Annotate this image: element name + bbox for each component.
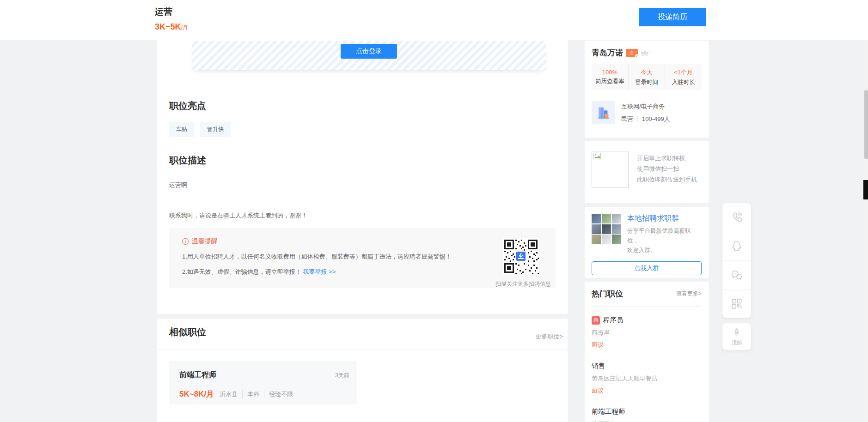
wechat-contact-button[interactable] <box>722 260 751 289</box>
report-link[interactable]: 我要举报 >> <box>303 268 336 275</box>
job-group-card: 本地招聘求职群 分享平台最新优质高薪职位， 欢迎入群。 点我入群 <box>585 207 709 278</box>
qr-caption: 扫描关注更多招聘信息 <box>495 280 546 288</box>
stat-tenure: <1个月 入驻时长 <box>665 64 702 90</box>
description-heading: 职位描述 <box>169 154 206 167</box>
hot-job-company: 黄岛区庄记天天顺早餐店 <box>592 374 702 383</box>
stat-resume-view-rate: 100% 简历查看率 <box>592 64 628 90</box>
warning-item: 2.如遇无效、虚假、诈骗信息，请立即举报！ 我要举报 >> <box>182 268 486 276</box>
wechat-promo-line: 此职位即刻传送到手机 <box>637 174 697 185</box>
highlight-tag: 车贴 <box>169 122 194 137</box>
hot-job-salary: 面议 <box>592 386 702 395</box>
page-title: 运营 <box>155 6 172 18</box>
join-group-button[interactable]: 点我入群 <box>592 261 702 275</box>
company-size: 100-499人 <box>642 115 670 123</box>
hot-job-company: 西海岸 <box>592 329 702 337</box>
phone-icon <box>730 211 744 224</box>
crown-icon <box>641 50 649 56</box>
apply-resume-button[interactable]: 投递简历 <box>639 8 706 26</box>
similar-job-experience: 经验不限 <box>264 390 298 398</box>
contact-note: 联系我时，请说是在骑士人才系统上看到的，谢谢！ <box>169 211 307 220</box>
stat-label: 登录时间 <box>635 78 658 86</box>
group-avatar <box>612 214 621 223</box>
back-to-top-label: 顶部 <box>732 339 742 346</box>
salary: 3K~5K/月 <box>155 22 188 32</box>
qq-contact-button[interactable] <box>722 232 751 260</box>
company-info-row: 互联网/电子商务 民营 100-499人 <box>592 101 702 124</box>
info-circle-icon: i <box>182 238 189 245</box>
qrcode-icon <box>730 297 743 310</box>
similar-job-item[interactable]: 前端工程师 3天前 5K~8K/月 沂水县 本科 经验不限 <box>169 361 357 404</box>
warning-item-text: 2.如遇无效、虚假、诈骗信息，请立即举报！ <box>182 268 301 275</box>
hot-job-title: 销售 <box>592 362 605 370</box>
back-to-top-button[interactable]: 顶部 <box>722 323 751 350</box>
login-button[interactable]: 点击登录 <box>341 44 397 59</box>
similar-job-time: 3天前 <box>335 372 349 380</box>
wechat-promo-line: 开启掌上求职特权 <box>637 153 697 163</box>
similar-job-education: 本科 <box>242 390 264 398</box>
group-title-link[interactable]: 本地招聘求职群 <box>627 214 702 223</box>
company-nature: 民营 <box>621 115 633 123</box>
group-avatar <box>592 235 601 244</box>
hot-job-item[interactable]: 急 程序员 西海岸 面议 <box>592 316 702 349</box>
phone-contact-button[interactable] <box>722 203 751 232</box>
description-body: 运营啊 <box>169 181 187 189</box>
qr-code-image <box>503 238 539 274</box>
warning-title-row: i 温馨提醒 <box>182 237 486 246</box>
similar-job-meta: 5K~8K/月 沂水县 本科 经验不限 <box>179 389 298 399</box>
group-avatar <box>602 214 611 223</box>
highlight-tags: 车贴 晋升快 <box>169 122 231 137</box>
stat-value: 今天 <box>641 68 653 77</box>
rocket-icon <box>732 327 741 338</box>
group-avatar <box>592 214 601 223</box>
group-avatar <box>612 235 621 244</box>
hot-job-item[interactable]: 前端工程师 浩天网络 <box>592 407 702 422</box>
hot-jobs-more-link[interactable]: 查看更多> <box>676 290 702 298</box>
similar-jobs-card: 相似职位 更多职位> 前端工程师 3天前 5K~8K/月 沂水县 本科 经验不限 <box>157 319 568 422</box>
warning-title: 温馨提醒 <box>192 237 218 246</box>
group-avatars <box>592 214 621 244</box>
hot-job-salary: 面议 <box>592 341 702 349</box>
badge-check-icon: ✓ <box>635 54 639 58</box>
more-jobs-link[interactable]: 更多职位> <box>535 332 563 341</box>
job-detail-card: 点击登录 职位亮点 车贴 晋升快 职位描述 运营啊 联系我时，请说是在骑士人才系… <box>157 40 568 314</box>
company-name[interactable]: 青岛万诺 <box>592 48 623 58</box>
divider <box>637 116 638 121</box>
salary-value: 3K~5K <box>155 22 181 31</box>
group-avatar <box>612 224 621 234</box>
hot-jobs-heading: 热门职位 <box>592 289 623 299</box>
highlights-heading: 职位亮点 <box>169 100 206 112</box>
stat-value: 100% <box>602 69 617 76</box>
group-desc-line: 分享平台最新优质高薪职位， <box>627 226 702 246</box>
side-tab-handle[interactable] <box>863 180 868 199</box>
similar-job-location: 沂水县 <box>220 390 242 398</box>
hot-job-title: 前端工程师 <box>592 407 625 416</box>
company-verified-badge: 企 ✓ <box>626 49 638 57</box>
qr-follow-block: 扫描关注更多招聘信息 <box>495 238 546 288</box>
stat-login-time: 今天 登录时间 <box>628 64 665 90</box>
hot-job-item[interactable]: 销售 黄岛区庄记天天顺早餐店 面议 <box>592 362 702 395</box>
qq-icon <box>730 240 744 253</box>
similar-job-title: 前端工程师 <box>179 370 216 380</box>
hot-job-company: 浩天网络 <box>592 420 702 422</box>
page-header: 运营 3K~5K/月 投递简历 <box>0 0 868 40</box>
login-banner: 点击登录 <box>192 41 546 70</box>
warning-box: i 温馨提醒 1.用人单位招聘人才，以任何名义收取费用（如体检费、服装费等）都属… <box>169 228 556 288</box>
qrcode-button[interactable] <box>722 289 751 318</box>
broken-image-icon <box>593 153 601 159</box>
group-avatar <box>592 224 601 234</box>
company-card: 青岛万诺 企 ✓ 100% 简历查看率 今天 登录时间 <1个月 入驻时长 <box>585 41 709 138</box>
building-icon <box>592 101 615 124</box>
salary-unit: /月 <box>181 24 188 31</box>
wechat-promo-card: 开启掌上求职特权 使用微信扫一扫 此职位即刻传送到手机 <box>585 141 709 203</box>
similar-jobs-header: 相似职位 更多职位> <box>157 319 568 350</box>
urgent-badge: 急 <box>592 316 600 325</box>
highlight-tag: 晋升快 <box>200 122 231 137</box>
stat-label: 简历查看率 <box>595 78 624 85</box>
hot-jobs-card: 热门职位 查看更多> 急 程序员 西海岸 面议 销售 黄岛区庄记天天顺早餐店 面… <box>585 282 709 422</box>
hot-job-title: 程序员 <box>603 316 623 325</box>
warning-item: 1.用人单位招聘人才，以任何名义收取费用（如体检费、服装费等）都属于违法，请应聘… <box>182 253 486 261</box>
wechat-promo-line: 使用微信扫一扫 <box>637 163 697 174</box>
company-industry: 互联网/电子商务 <box>621 102 670 111</box>
wechat-qr-placeholder <box>592 151 629 188</box>
scrollbar-thumb[interactable] <box>864 90 868 159</box>
